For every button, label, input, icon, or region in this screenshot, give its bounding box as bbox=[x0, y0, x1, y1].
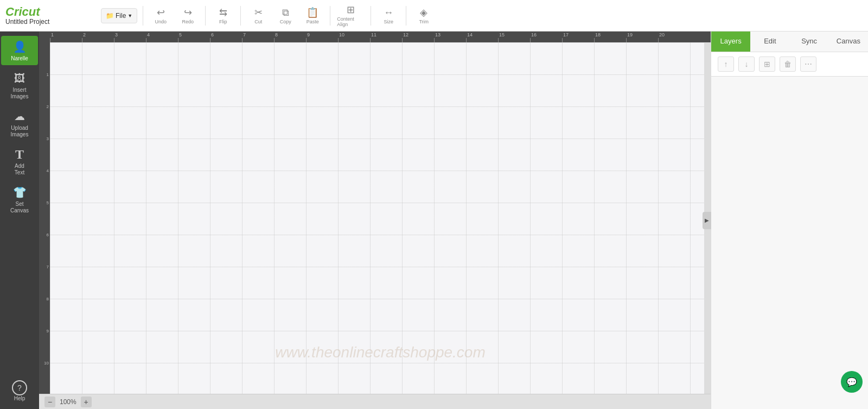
trim-label: Trim bbox=[419, 19, 429, 24]
undo-icon: ↩ bbox=[155, 7, 167, 18]
layer-duplicate-button[interactable]: ⊞ bbox=[759, 56, 775, 72]
content-align-icon: ⊞ bbox=[344, 4, 356, 16]
canvas-grid: www.theonlinecraftshoppe.com bbox=[50, 42, 711, 394]
sidebar-item-help[interactable]: ? Help bbox=[1, 377, 38, 405]
sidebar-item-add-text[interactable]: T AddText bbox=[1, 143, 38, 179]
ruler-mark-15: 15 bbox=[498, 32, 530, 42]
toolbar-separator-3 bbox=[240, 6, 241, 26]
layer-move-up-button[interactable]: ↑ bbox=[718, 56, 734, 72]
undo-label: Undo bbox=[155, 19, 167, 24]
cut-button[interactable]: ✂ Cut bbox=[246, 2, 270, 30]
ruler-left-mark-1: 1 bbox=[47, 72, 49, 77]
panel-collapse-button[interactable]: ▶ bbox=[703, 212, 711, 229]
redo-icon: ↪ bbox=[182, 7, 194, 18]
ruler-mark-13: 13 bbox=[434, 32, 466, 42]
layer-delete-button[interactable]: 🗑 bbox=[780, 56, 796, 72]
ruler-mark-2: 2 bbox=[82, 32, 114, 42]
canvas-content[interactable]: www.theonlinecraftshoppe.com bbox=[50, 42, 711, 394]
copy-label: Copy bbox=[280, 19, 291, 24]
ruler-mark-16: 16 bbox=[530, 32, 562, 42]
ruler-marks: 1234567891011121314151617181920 bbox=[50, 32, 690, 42]
sidebar-item-user[interactable]: 👤 Narelle bbox=[1, 36, 38, 65]
toolbar-separator-5 bbox=[371, 6, 371, 26]
feedback-button[interactable]: 💬 bbox=[841, 371, 863, 393]
zoom-in-button[interactable]: + bbox=[81, 397, 92, 407]
folder-icon: 📁 bbox=[106, 12, 114, 20]
ruler-left-mark-7: 7 bbox=[47, 265, 49, 269]
watermark: www.theonlinecraftshoppe.com bbox=[275, 344, 486, 361]
user-icon: 👤 bbox=[12, 39, 27, 54]
right-panel: ▶ Layers Edit Sync Canvas ↑ ↓ ⊞ 🗑 ⋯ bbox=[711, 32, 868, 409]
insert-images-icon: 🖼 bbox=[12, 71, 27, 86]
project-name: Untitled Project bbox=[5, 18, 49, 26]
ruler-mark-8: 8 bbox=[274, 32, 306, 42]
chevron-down-icon: ▼ bbox=[127, 13, 132, 18]
ruler-mark-14: 14 bbox=[466, 32, 498, 42]
copy-button[interactable]: ⧉ Copy bbox=[273, 2, 297, 30]
paste-button[interactable]: 📋 Paste bbox=[301, 2, 324, 30]
redo-button[interactable]: ↪ Redo bbox=[176, 2, 200, 30]
zoom-out-button[interactable]: − bbox=[44, 397, 55, 407]
ruler-corner bbox=[39, 32, 50, 42]
copy-icon: ⧉ bbox=[279, 7, 291, 18]
content-align-button[interactable]: ⊞ Content Align bbox=[336, 2, 365, 30]
ruler-left-mark-10: 10 bbox=[44, 361, 49, 366]
right-tabs: Layers Edit Sync Canvas bbox=[711, 32, 868, 52]
size-label: Size bbox=[384, 19, 394, 24]
help-icon: ? bbox=[12, 380, 27, 395]
canvas-bottom: − 100% + bbox=[39, 394, 711, 409]
set-canvas-label: SetCanvas bbox=[10, 201, 29, 214]
add-text-icon: T bbox=[12, 147, 27, 162]
ruler-mark-10: 10 bbox=[338, 32, 370, 42]
ruler-mark-5: 5 bbox=[178, 32, 210, 42]
sidebar-item-set-canvas[interactable]: 👕 SetCanvas bbox=[1, 181, 38, 217]
flip-icon: ⇆ bbox=[217, 7, 229, 18]
undo-button[interactable]: ↩ Undo bbox=[149, 2, 173, 30]
ruler-mark-1: 1 bbox=[50, 32, 82, 42]
left-sidebar: 👤 Narelle 🖼 InsertImages ☁ UploadImages … bbox=[0, 32, 39, 409]
top-bar: Cricut Untitled Project 📁 File ▼ ↩ Undo … bbox=[0, 0, 868, 32]
ruler-mark-3: 3 bbox=[114, 32, 146, 42]
ruler-left-mark-11: 11 bbox=[44, 393, 49, 394]
flip-button[interactable]: ⇆ Flip bbox=[211, 2, 235, 30]
tab-canvas[interactable]: Canvas bbox=[829, 32, 868, 52]
ruler-mark-18: 18 bbox=[594, 32, 626, 42]
canvas-wrapper: 123456789101112 www.theonlinecraftshoppe… bbox=[39, 42, 711, 394]
tab-sync[interactable]: Sync bbox=[790, 32, 829, 52]
insert-images-label: InsertImages bbox=[11, 87, 29, 100]
tab-edit[interactable]: Edit bbox=[750, 32, 789, 52]
canvas-area: 1234567891011121314151617181920 12345678… bbox=[39, 32, 711, 409]
ruler-left-mark-2: 2 bbox=[47, 104, 49, 109]
ruler-mark-7: 7 bbox=[242, 32, 274, 42]
ruler-mark-4: 4 bbox=[146, 32, 178, 42]
ruler-left-mark-6: 6 bbox=[47, 232, 49, 237]
ruler-mark-11: 11 bbox=[370, 32, 402, 42]
set-canvas-icon: 👕 bbox=[12, 185, 27, 200]
toolbar-separator-2 bbox=[205, 6, 206, 26]
main-layout: 👤 Narelle 🖼 InsertImages ☁ UploadImages … bbox=[0, 32, 868, 409]
ruler-left-mark-3: 3 bbox=[47, 136, 49, 141]
user-label: Narelle bbox=[11, 55, 28, 62]
tab-layers[interactable]: Layers bbox=[711, 32, 750, 52]
logo-area: Cricut Untitled Project bbox=[5, 6, 92, 26]
file-label: File bbox=[116, 12, 126, 20]
paste-icon: 📋 bbox=[307, 7, 318, 18]
paste-label: Paste bbox=[307, 19, 319, 24]
sidebar-item-upload-images[interactable]: ☁ UploadImages bbox=[1, 105, 38, 141]
feedback-icon: 💬 bbox=[846, 377, 857, 387]
sidebar-item-insert-images[interactable]: 🖼 InsertImages bbox=[1, 67, 38, 103]
ruler-mark-6: 6 bbox=[210, 32, 242, 42]
layer-move-down-button[interactable]: ↓ bbox=[738, 56, 755, 72]
upload-images-label: UploadImages bbox=[11, 125, 29, 138]
upload-images-icon: ☁ bbox=[12, 109, 27, 124]
layers-toolbar: ↑ ↓ ⊞ 🗑 ⋯ bbox=[711, 52, 868, 77]
layer-more-button[interactable]: ⋯ bbox=[800, 56, 816, 72]
flip-label: Flip bbox=[219, 19, 227, 24]
add-text-label: AddText bbox=[15, 163, 24, 176]
file-button[interactable]: 📁 File ▼ bbox=[101, 8, 137, 23]
help-label: Help bbox=[14, 395, 25, 401]
trim-button[interactable]: ◈ Trim bbox=[412, 2, 436, 30]
ruler-left-mark-4: 4 bbox=[47, 168, 49, 173]
trim-icon: ◈ bbox=[418, 7, 430, 18]
size-button[interactable]: ↔ Size bbox=[376, 2, 400, 30]
